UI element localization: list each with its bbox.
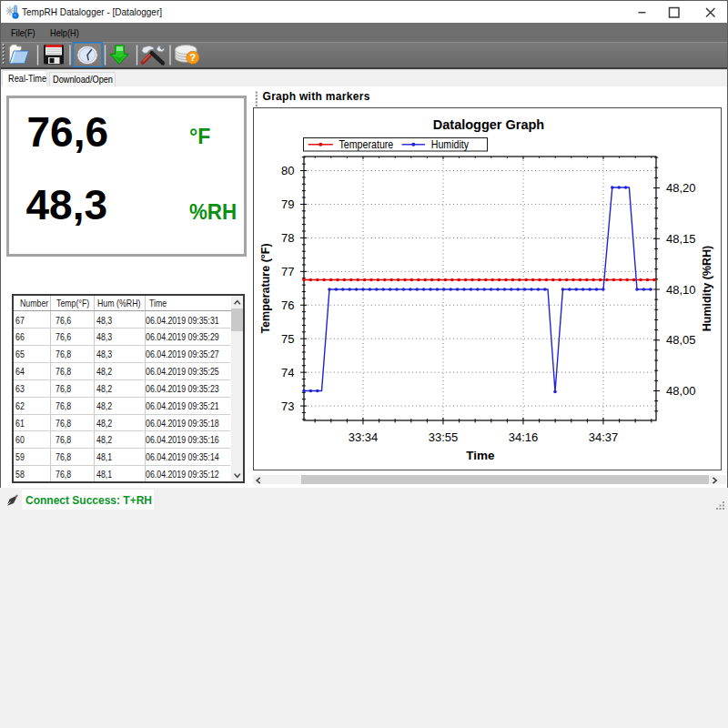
svg-text:?: ? [189, 52, 196, 63]
svg-text:75: 75 [281, 331, 294, 345]
svg-text:48,15: 48,15 [666, 231, 696, 245]
svg-text:80: 80 [281, 164, 294, 177]
svg-text:Time: Time [466, 449, 495, 462]
svg-text:79: 79 [281, 197, 294, 211]
svg-text:73: 73 [281, 399, 294, 412]
svg-text:33:55: 33:55 [429, 430, 459, 443]
svg-text:48,20: 48,20 [666, 181, 696, 195]
svg-text:Humidity (%RH): Humidity (%RH) [701, 245, 713, 330]
svg-text:48,10: 48,10 [666, 282, 696, 296]
svg-text:34:37: 34:37 [589, 430, 619, 443]
svg-text:Datalogger Graph: Datalogger Graph [433, 117, 544, 132]
svg-text:76: 76 [281, 298, 294, 311]
svg-text:Humidity: Humidity [431, 137, 469, 151]
svg-text:Temperature: Temperature [339, 137, 394, 151]
svg-text:74: 74 [281, 365, 294, 379]
svg-text:48,05: 48,05 [666, 333, 696, 347]
svg-text:77: 77 [281, 264, 294, 278]
svg-text:78: 78 [281, 231, 294, 245]
svg-text:Temperature (°F): Temperature (°F) [259, 243, 272, 333]
svg-text:33:34: 33:34 [349, 430, 379, 443]
svg-text:48,00: 48,00 [666, 384, 696, 398]
svg-text:34:16: 34:16 [509, 430, 539, 443]
